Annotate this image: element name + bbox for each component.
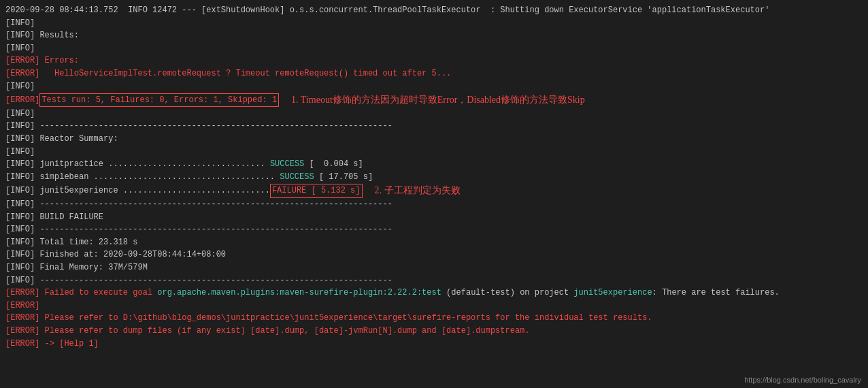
log-line-1: 2020-09-28 08:44:13.752 INFO 12472 --- [… <box>5 4 863 17</box>
log-line-7: [INFO] <box>5 80 863 93</box>
annotation-1: 1. Timeout修饰的方法因为超时导致Error，Disabled修饰的方法… <box>291 93 585 108</box>
log-line-3: [INFO] Results: <box>5 29 863 42</box>
watermark: https://blog.csdn.net/boling_cavalry <box>744 376 861 384</box>
log-line-27: [ERROR] -> [Help 1] <box>5 338 863 351</box>
log-line-18: [INFO] ---------------------------------… <box>5 223 863 236</box>
log-line-14: [INFO] simplebean ......................… <box>5 171 863 184</box>
log-line-16: [INFO] ---------------------------------… <box>5 198 863 211</box>
log-line-21: [INFO] Final Memory: 37M/579M <box>5 261 863 274</box>
console-output: 2020-09-28 08:44:13.752 INFO 12472 --- [… <box>0 0 868 354</box>
log-line-10: [INFO] ---------------------------------… <box>5 120 863 133</box>
log-line-6: [ERROR] HelloServiceImplTest.remoteReque… <box>5 67 863 80</box>
annotation-2: 2. 子工程判定为失败 <box>375 183 461 198</box>
log-line-15: [INFO] junit5experience ................… <box>5 183 863 198</box>
log-line-24: [ERROR] <box>5 300 863 312</box>
failure-box: FAILURE [ 5.132 s] <box>270 184 363 198</box>
log-line-8: [ERROR] Tests run: 5, Failures: 0, Error… <box>5 93 863 108</box>
log-line-2: [INFO] <box>5 17 863 30</box>
log-line-5: [ERROR] Errors: <box>5 54 863 67</box>
log-line-26: [ERROR] Please refer to dump files (if a… <box>5 325 863 338</box>
log-line-23: [ERROR] Failed to execute goal org.apach… <box>5 287 863 300</box>
log-line-19: [INFO] Total time: 23.318 s <box>5 236 863 249</box>
log-line-17: [INFO] BUILD FAILURE <box>5 211 863 224</box>
log-line-20: [INFO] Finished at: 2020-09-28T08:44:14+… <box>5 248 863 261</box>
log-line-9: [INFO] <box>5 108 863 120</box>
log-line-25: [ERROR] Please refer to D:\github\blog_d… <box>5 312 863 325</box>
tests-run-box: Tests run: 5, Failures: 0, Errors: 1, Sk… <box>39 93 279 108</box>
log-line-12: [INFO] <box>5 146 863 159</box>
log-line-22: [INFO] ---------------------------------… <box>5 274 863 287</box>
log-line-4: [INFO] <box>5 42 863 55</box>
log-line-13: [INFO] junitpractice ...................… <box>5 158 863 171</box>
log-line-11: [INFO] Reactor Summary: <box>5 133 863 146</box>
